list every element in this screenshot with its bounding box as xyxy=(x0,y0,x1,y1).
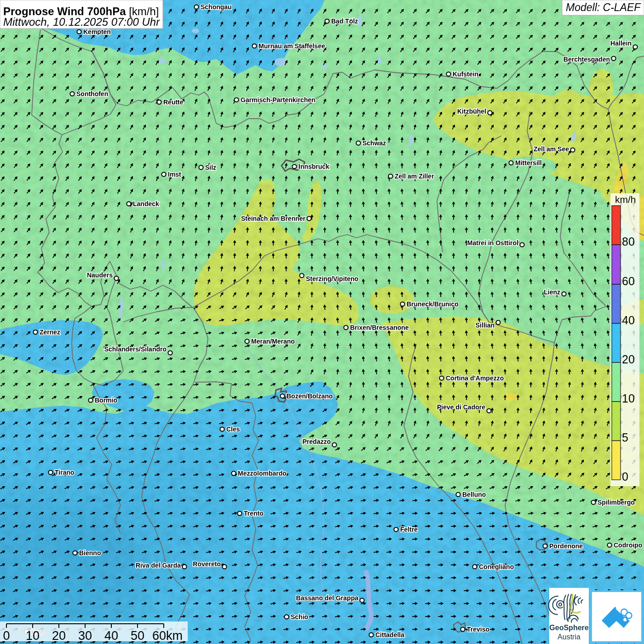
svg-text:Feltre: Feltre xyxy=(400,526,418,533)
svg-text:Kitzbühel: Kitzbühel xyxy=(457,108,486,115)
svg-text:10: 10 xyxy=(622,392,635,405)
svg-text:Kufstein: Kufstein xyxy=(453,70,478,78)
svg-text:Bormio: Bormio xyxy=(95,397,117,404)
svg-text:Mittersill: Mittersill xyxy=(515,159,542,167)
svg-text:Kempten: Kempten xyxy=(83,28,111,35)
svg-text:Nauders: Nauders xyxy=(87,271,113,279)
svg-text:Predazzo: Predazzo xyxy=(303,438,331,445)
svg-text:30: 30 xyxy=(78,629,92,643)
svg-text:Sillian: Sillian xyxy=(476,322,494,329)
svg-text:Bienno: Bienno xyxy=(79,549,101,557)
svg-text:60km: 60km xyxy=(152,629,183,643)
svg-text:Riva del Garda: Riva del Garda xyxy=(136,562,181,569)
svg-text:Cles: Cles xyxy=(226,426,240,433)
svg-text:Reutte: Reutte xyxy=(163,98,184,106)
svg-text:Landeck: Landeck xyxy=(133,200,159,207)
svg-text:0: 0 xyxy=(622,470,628,483)
svg-text:Bruneck/Brunico: Bruneck/Brunico xyxy=(407,300,459,308)
svg-text:Cortina d'Ampezzo: Cortina d'Ampezzo xyxy=(446,374,504,382)
svg-text:Mittwoch, 10.12.2025 07:00 Uhr: Mittwoch, 10.12.2025 07:00 Uhr xyxy=(3,16,160,28)
svg-text:Silz: Silz xyxy=(205,164,216,171)
svg-text:Bassano del Grappa: Bassano del Grappa xyxy=(296,594,359,602)
svg-text:Zell am See: Zell am See xyxy=(534,145,569,153)
svg-text:40: 40 xyxy=(622,314,635,327)
svg-text:Imst: Imst xyxy=(168,171,181,178)
svg-text:0: 0 xyxy=(3,629,10,643)
svg-text:Pieve di Cadore: Pieve di Cadore xyxy=(437,403,485,411)
svg-text:km/h: km/h xyxy=(615,194,636,205)
svg-text:50: 50 xyxy=(131,629,144,643)
svg-text:Cittadella: Cittadella xyxy=(375,631,404,638)
svg-text:Tirano: Tirano xyxy=(55,469,75,476)
svg-text:Meran/Merano: Meran/Merano xyxy=(251,338,295,345)
svg-text:40: 40 xyxy=(104,629,118,643)
svg-text:Hallein: Hallein xyxy=(610,40,632,47)
svg-text:Bozen/Bolzano: Bozen/Bolzano xyxy=(287,392,333,400)
svg-text:Treviso: Treviso xyxy=(467,626,489,633)
svg-text:Spilimbergo: Spilimbergo xyxy=(598,499,635,506)
svg-text:60: 60 xyxy=(622,275,635,288)
svg-text:Innsbruck: Innsbruck xyxy=(299,163,329,170)
svg-text:Murnau am Staffelsee: Murnau am Staffelsee xyxy=(259,42,325,50)
svg-text:Pordenone: Pordenone xyxy=(549,542,583,550)
svg-text:Mezzolombardo: Mezzolombardo xyxy=(238,470,287,477)
svg-text:Belluno: Belluno xyxy=(462,491,486,498)
svg-text:Schongau: Schongau xyxy=(201,3,232,11)
svg-text:GeoSphere: GeoSphere xyxy=(549,624,588,632)
svg-text:Lienz: Lienz xyxy=(544,288,560,296)
svg-text:Schwaz: Schwaz xyxy=(362,139,386,147)
svg-text:Schio: Schio xyxy=(291,613,308,621)
svg-text:Zell am Ziller: Zell am Ziller xyxy=(395,172,434,180)
svg-text:Sterzing/Vipiteno: Sterzing/Vipiteno xyxy=(306,275,358,282)
svg-text:Zernez: Zernez xyxy=(40,328,60,336)
svg-text:Trento: Trento xyxy=(244,510,264,517)
svg-text:Conegliano: Conegliano xyxy=(479,563,514,570)
svg-text:Modell: C-LAEF: Modell: C-LAEF xyxy=(566,1,641,13)
svg-text:Schlanders/Silandro: Schlanders/Silandro xyxy=(104,345,167,353)
svg-text:10: 10 xyxy=(26,629,40,643)
svg-text:Rovereto: Rovereto xyxy=(193,560,221,568)
svg-text:80: 80 xyxy=(622,235,635,248)
svg-text:Steinach am Brenner: Steinach am Brenner xyxy=(241,215,306,222)
svg-text:Brixen/Bressanone: Brixen/Bressanone xyxy=(350,324,409,331)
svg-text:Berchtesgaden: Berchtesgaden xyxy=(564,56,610,63)
svg-text:Bad Tölz: Bad Tölz xyxy=(331,17,358,25)
svg-text:20: 20 xyxy=(622,353,635,366)
svg-text:Sonthofen: Sonthofen xyxy=(76,90,108,98)
svg-text:Austria: Austria xyxy=(558,633,581,641)
svg-text:20: 20 xyxy=(52,629,66,643)
svg-text:5: 5 xyxy=(622,431,628,444)
svg-text:Garmisch-Partenkirchen: Garmisch-Partenkirchen xyxy=(241,96,316,104)
svg-text:Codroipo: Codroipo xyxy=(614,541,642,549)
svg-text:Matrei in Osttirol: Matrei in Osttirol xyxy=(467,239,518,247)
